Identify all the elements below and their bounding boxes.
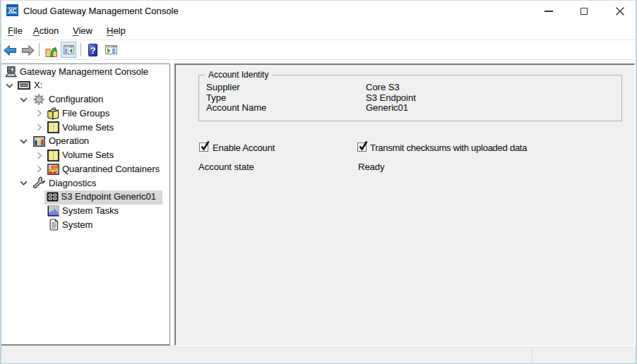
svg-text:?: ? [90, 46, 96, 56]
svg-text:XC: XC [8, 7, 18, 14]
